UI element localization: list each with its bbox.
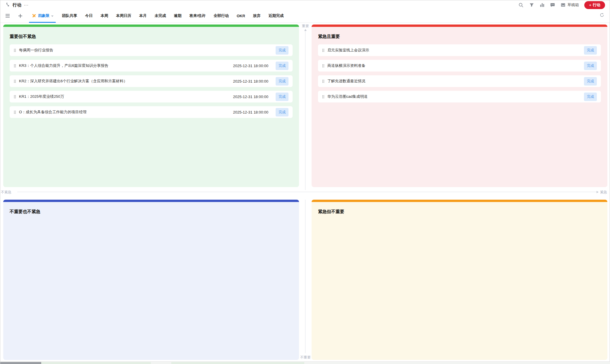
task-title: 华为云浩图cad集成明道 xyxy=(327,94,581,99)
task-due-date: 2025-12-31 18:00:00 xyxy=(233,64,268,68)
quadrant-title: 紧急且重要 xyxy=(318,34,601,39)
tab-item[interactable]: 逾期 xyxy=(174,13,182,18)
quadrant-not-important-not-urgent: 不重要也不紧急 xyxy=(3,200,299,360)
drag-handle-icon[interactable] xyxy=(322,64,324,68)
drafts-label: 草稿箱 xyxy=(567,2,579,8)
axis-line-vertical-bottom xyxy=(305,200,305,353)
tab-item[interactable]: 将来/也许 xyxy=(189,13,206,18)
drafts-box-icon xyxy=(561,3,566,8)
tab-item[interactable]: 今日 xyxy=(85,13,93,18)
quadrant-urgent-not-important: 紧急但不重要 xyxy=(312,200,607,360)
task-title: 了解先进数通最近情况 xyxy=(327,79,581,84)
quadrant-color-bar xyxy=(312,25,607,27)
task-list: 每俩周一份行业报告完成KR3：个人综合能力提升，产出6篇深度知识分享报告2025… xyxy=(10,44,293,118)
scrollbar-track-segment xyxy=(171,362,304,364)
quadrant-color-bar xyxy=(3,25,299,27)
add-view-icon[interactable] xyxy=(18,13,23,18)
quadrant-matrix: 重要但不紧急 每俩周一份行业报告完成KR3：个人综合能力提升，产出6篇深度知识分… xyxy=(0,23,610,364)
task-row[interactable]: KR1：2025年度业绩250万2025-12-31 18:00:00完成 xyxy=(10,91,293,102)
task-title: 启元实验室线上会议演示 xyxy=(327,48,581,53)
complete-button[interactable]: 完成 xyxy=(584,93,597,101)
task-title: KR2：深入研究并搭建出6个行业解决方案（含应用和方案材料） xyxy=(19,79,230,84)
drafts-button[interactable]: 草稿箱 xyxy=(561,2,579,8)
plus-icon: + xyxy=(589,3,591,7)
task-row[interactable]: KR3：个人综合能力提升，产出6篇深度知识分享报告2025-12-31 18:0… xyxy=(10,60,293,72)
drag-handle-icon[interactable] xyxy=(14,48,16,52)
task-row[interactable]: O：成长为具备综合工作能力的项目经理2025-12-31 18:00:00完成 xyxy=(10,106,293,118)
menu-icon[interactable] xyxy=(5,13,10,18)
axis-label-not-urgent: 不紧急 xyxy=(1,190,11,195)
task-row[interactable]: 华为云浩图cad集成明道完成 xyxy=(318,91,601,102)
tab-item[interactable]: 团队共享 xyxy=(62,13,77,18)
collapse-diagonal-icon[interactable] xyxy=(5,3,10,8)
tools-icon xyxy=(31,13,36,18)
drag-handle-icon[interactable] xyxy=(322,95,324,99)
complete-button[interactable]: 完成 xyxy=(276,108,288,116)
app-window: 行动 ··· xyxy=(0,0,610,364)
axis-label-not-important: 不重要 xyxy=(297,355,314,360)
quadrant-important-not-urgent: 重要但不紧急 每俩周一份行业报告完成KR3：个人综合能力提升，产出6篇深度知识分… xyxy=(3,25,299,187)
drag-handle-icon[interactable] xyxy=(14,110,16,114)
complete-button[interactable]: 完成 xyxy=(584,46,597,55)
tab-item[interactable]: 近期完成 xyxy=(269,13,284,18)
quadrant-urgent-important: 紧急且重要 启元实验室线上会议演示完成商道纵横演示资料准备完成了解先进数通最近情… xyxy=(312,25,607,187)
task-row[interactable]: 了解先进数通最近情况完成 xyxy=(318,75,601,87)
axis-label-urgent: 紧急 xyxy=(600,190,607,195)
tab-item[interactable]: 本周 xyxy=(101,13,108,18)
task-title: O：成长为具备综合工作能力的项目经理 xyxy=(19,109,230,115)
tab-item[interactable]: 放弃 xyxy=(253,13,261,18)
task-due-date: 2025-12-31 18:00:00 xyxy=(233,95,268,99)
complete-button[interactable]: 完成 xyxy=(276,46,288,55)
header: 行动 ··· xyxy=(0,0,610,9)
horizontal-scrollbar xyxy=(0,361,610,364)
task-title: 商道纵横演示资料准备 xyxy=(327,63,581,68)
complete-button[interactable]: 完成 xyxy=(276,62,288,70)
tab-quadrants-selected[interactable]: 四象限 xyxy=(31,9,54,22)
drag-handle-icon[interactable] xyxy=(14,64,16,68)
complete-button[interactable]: 完成 xyxy=(584,77,597,86)
quadrant-color-bar xyxy=(312,200,607,202)
task-row[interactable]: 商道纵横演示资料准备完成 xyxy=(318,60,601,72)
new-action-button[interactable]: + 行动 xyxy=(584,1,605,9)
task-row[interactable]: 每俩周一份行业报告完成 xyxy=(10,44,293,56)
axis-line-vertical-top xyxy=(305,31,305,190)
page-title: 行动 xyxy=(13,2,21,8)
bar-chart-icon[interactable] xyxy=(540,3,545,8)
quadrant-title: 重要但不紧急 xyxy=(10,34,293,39)
axis-label-important: 重要 xyxy=(297,24,314,29)
refresh-icon[interactable] xyxy=(599,13,604,18)
axis-line-horizontal xyxy=(17,192,597,192)
complete-button[interactable]: 完成 xyxy=(276,77,288,86)
tab-item[interactable]: 本月 xyxy=(139,13,147,18)
comment-icon[interactable] xyxy=(550,3,555,8)
task-due-date: 2025-12-31 18:00:00 xyxy=(233,79,268,83)
drag-handle-icon[interactable] xyxy=(14,79,16,83)
tab-item[interactable]: 全部行动 xyxy=(214,13,229,18)
drag-handle-icon[interactable] xyxy=(322,79,324,83)
quadrant-title: 不重要也不紧急 xyxy=(10,209,293,215)
task-title: KR1：2025年度业绩250万 xyxy=(19,94,230,99)
view-tabbar: 四象限 团队共享今日本周本周日历本月未完成逾期将来/也许全部行动OKR放弃近期完… xyxy=(0,9,610,23)
tab-item[interactable]: OKR xyxy=(237,14,245,18)
complete-button[interactable]: 完成 xyxy=(584,62,597,70)
scrollbar-thumb[interactable] xyxy=(0,362,41,364)
task-title: 每俩周一份行业报告 xyxy=(19,48,273,53)
scrollbar-track-segment xyxy=(41,362,151,364)
tab-item[interactable]: 未完成 xyxy=(155,13,166,18)
quadrant-title: 紧急但不重要 xyxy=(318,209,601,215)
tab-item[interactable]: 本周日历 xyxy=(116,13,131,18)
more-menu-icon[interactable]: ··· xyxy=(24,3,29,7)
drag-handle-icon[interactable] xyxy=(14,95,16,99)
task-due-date: 2025-12-31 18:00:00 xyxy=(233,110,268,114)
task-row[interactable]: KR2：深入研究并搭建出6个行业解决方案（含应用和方案材料）2025-12-31… xyxy=(10,75,293,87)
quadrant-color-bar xyxy=(3,200,299,202)
task-list: 启元实验室线上会议演示完成商道纵横演示资料准备完成了解先进数通最近情况完成华为云… xyxy=(318,44,601,102)
drag-handle-icon[interactable] xyxy=(322,48,324,52)
filter-icon[interactable] xyxy=(529,3,534,8)
task-title: KR3：个人综合能力提升，产出6篇深度知识分享报告 xyxy=(19,63,230,68)
chevron-down-icon xyxy=(51,15,53,17)
search-icon[interactable] xyxy=(519,3,523,8)
complete-button[interactable]: 完成 xyxy=(276,93,288,101)
tab-quadrants-label: 四象限 xyxy=(38,13,49,18)
task-row[interactable]: 启元实验室线上会议演示完成 xyxy=(318,44,601,56)
